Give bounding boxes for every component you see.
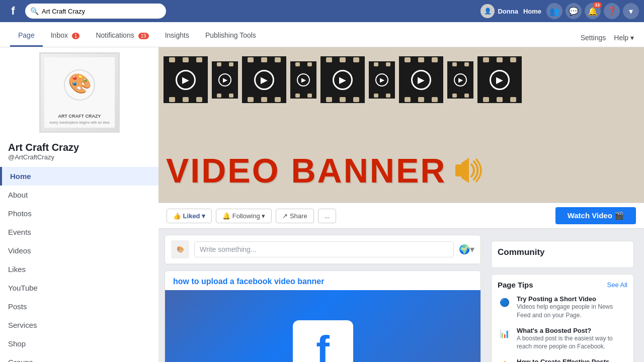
top-navigation: f 🔍 👤 Donna Home 👥 💬 🔔 33 ❓ ▾ (0, 0, 644, 22)
profile-picture: 🎨 ART CRAFT CRAZY every masterpiece begi… (39, 52, 120, 133)
speaker-icon (451, 155, 487, 186)
film-unit-7: ▶ (399, 56, 443, 103)
right-sidebar: Community Page Tips See All 🔵 Try Postin… (487, 235, 638, 362)
svg-text:every masterpiece begins with : every masterpiece begins with an idea (49, 121, 109, 125)
film-unit-2: ▶ (212, 61, 238, 99)
user-name: Donna (498, 8, 518, 15)
film-unit-3: ▶ (242, 56, 286, 103)
menu-icon-btn[interactable]: ▾ (623, 3, 639, 19)
main-content: 🎨 ART CRAFT CRAZY every masterpiece begi… (0, 47, 644, 362)
tip-content-1: What's a Boosted Post? A boosted post is… (517, 327, 627, 351)
help-link[interactable]: Help ▾ (614, 34, 634, 42)
sidebar-item-services[interactable]: Services (0, 316, 158, 334)
svg-marker-5 (461, 158, 469, 183)
film-unit-1: ▶ (164, 56, 208, 103)
film-strip-row: ▶ ▶ (158, 47, 644, 103)
feed-area: 🎨 Write something... 🌍▾ how to upload a … (158, 229, 644, 362)
profile-cover: 🎨 ART CRAFT CRAZY every masterpiece begi… (0, 47, 158, 138)
page-tips-header: Page Tips See All (498, 281, 627, 289)
tip-title-2: How to Create Effective Posts (517, 358, 620, 362)
tip-desc-0: Videos help engage people in News Feed a… (517, 303, 627, 320)
notifs-badge: 19 (138, 33, 149, 39)
post-input-row: 🎨 Write something... 🌍▾ (165, 235, 480, 264)
watch-video-button[interactable]: Watch Video 🎬 (555, 207, 636, 224)
share-button[interactable]: ↗ Share (276, 209, 313, 223)
sidebar-item-likes[interactable]: Likes (0, 260, 158, 279)
tip-item-0: 🔵 Try Posting a Short Video Videos help … (498, 295, 627, 320)
film-unit-5: ▶ (320, 56, 365, 103)
sidebar-nav: Home About Photos Events Videos Likes Yo… (0, 167, 158, 362)
action-bar: 👍 Liked ▾ 🔔 Following ▾ ↗ Share ... Watc… (158, 203, 644, 229)
page-navigation: Page Inbox 1 Notifications 19 Insights P… (0, 22, 644, 47)
feed-main: 🎨 Write something... 🌍▾ how to upload a … (165, 235, 481, 362)
sidebar-item-posts[interactable]: Posts (0, 297, 158, 316)
friends-icon-btn[interactable]: 👥 (546, 3, 562, 19)
notifications-icon-btn[interactable]: 🔔 33 (585, 3, 601, 19)
pagenav-inbox[interactable]: Inbox 1 (43, 25, 88, 47)
pagenav-insights[interactable]: Insights (157, 25, 197, 47)
nav-right: 👤 Donna Home 👥 💬 🔔 33 ❓ ▾ (480, 3, 639, 19)
page-tips-box: Page Tips See All 🔵 Try Posting a Short … (491, 274, 634, 362)
tip-item-1: 📊 What's a Boosted Post? A boosted post … (498, 327, 627, 351)
community-title: Community (498, 247, 627, 257)
sidebar-item-youtube[interactable]: YouTube (0, 279, 158, 297)
pagenav-notifications[interactable]: Notifications 19 (88, 25, 156, 47)
post-avatar: 🎨 (171, 240, 189, 258)
tip-content-2: How to Create Effective Posts Short, vis… (517, 358, 620, 362)
messenger-icon-btn[interactable]: 💬 (566, 3, 582, 19)
cover-banner: ▶ ▶ (158, 47, 644, 203)
tip-title-0: Try Posting a Short Video (517, 295, 627, 303)
profile-info: Art Craft Crazy @ArtCraftCrazy (0, 138, 158, 163)
post-item: how to upload a facebook video banner f (165, 270, 481, 362)
fb-logo-image: f (293, 320, 353, 362)
sidebar-item-shop[interactable]: Shop (0, 334, 158, 353)
tip-icon-2: ⚠️ (498, 358, 512, 362)
sidebar-item-home[interactable]: Home (0, 167, 158, 186)
sidebar-item-events[interactable]: Events (0, 223, 158, 241)
sidebar-item-groups[interactable]: Groups (0, 353, 158, 362)
notifications-badge: 33 (593, 2, 602, 8)
profile-pic-art: 🎨 ART CRAFT CRAZY every masterpiece begi… (41, 54, 118, 131)
svg-rect-6 (455, 164, 462, 176)
community-box: Community (491, 241, 634, 268)
settings-link[interactable]: Settings (581, 34, 606, 42)
see-all-link[interactable]: See All (607, 281, 627, 289)
avatar: 👤 (480, 4, 495, 18)
post-placeholder: Write something... (200, 245, 257, 253)
film-unit-6: ▶ (369, 61, 395, 99)
post-title: how to upload a facebook video banner (165, 271, 480, 290)
inbox-badge: 1 (72, 33, 80, 39)
liked-button[interactable]: 👍 Liked ▾ (167, 209, 212, 223)
search-input[interactable] (42, 8, 157, 15)
tip-desc-1: A boosted post is the easiest way to rea… (517, 334, 627, 351)
tip-title-1: What's a Boosted Post? (517, 327, 627, 334)
tip-icon-0: 🔵 (498, 295, 512, 309)
post-input-fake[interactable]: Write something... (194, 241, 454, 257)
help-icon-btn[interactable]: ❓ (604, 3, 620, 19)
post-options-icon[interactable]: 🌍▾ (459, 244, 474, 255)
profile-logo-svg: 🎨 ART CRAFT CRAZY every masterpiece begi… (44, 57, 115, 128)
post-image: f (165, 290, 480, 362)
page-name: Art Craft Crazy (8, 142, 150, 153)
sidebar-item-photos[interactable]: Photos (0, 204, 158, 223)
pagenav-page[interactable]: Page (10, 25, 43, 47)
search-bar[interactable]: 🔍 (25, 4, 166, 19)
sidebar-item-videos[interactable]: Videos (0, 241, 158, 260)
tip-icon-1: 📊 (498, 327, 512, 341)
banner-text: VIDEO BANNER (166, 151, 446, 190)
page-handle: @ArtCraftCrazy (8, 153, 150, 161)
post-create-box: 🎨 Write something... 🌍▾ (165, 235, 481, 264)
pagenav-publishing-tools[interactable]: Publishing Tools (197, 25, 264, 47)
film-unit-4: ▶ (290, 61, 316, 99)
home-link[interactable]: Home (523, 8, 541, 15)
left-sidebar: 🎨 ART CRAFT CRAZY every masterpiece begi… (0, 47, 158, 362)
page-tips-title: Page Tips (498, 281, 533, 289)
search-icon: 🔍 (30, 7, 39, 15)
more-button[interactable]: ... (318, 209, 337, 223)
sidebar-item-about[interactable]: About (0, 186, 158, 204)
facebook-logo: f (5, 3, 21, 19)
following-button[interactable]: 🔔 Following ▾ (216, 209, 272, 223)
pagenav-right: Settings Help ▾ (581, 34, 634, 47)
film-unit-9: ▶ (477, 56, 522, 103)
film-unit-8: ▶ (447, 61, 473, 99)
